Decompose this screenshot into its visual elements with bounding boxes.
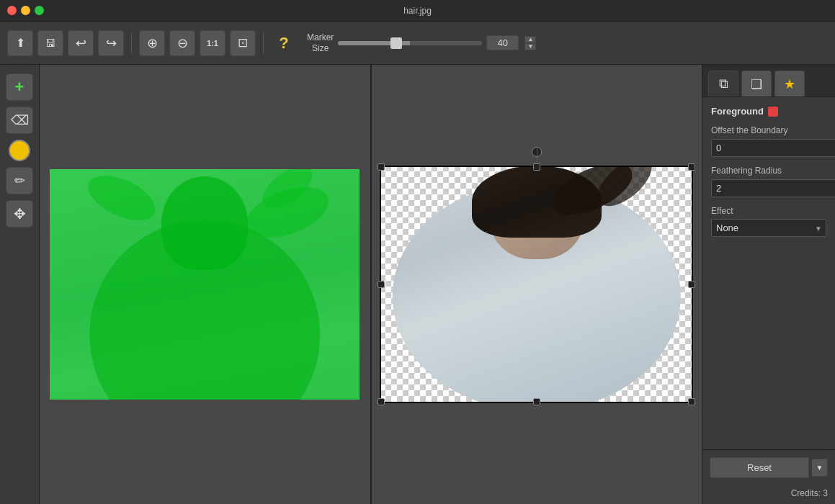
effect-select-wrapper: None Blur Sharpen Glow ▼ — [711, 219, 826, 237]
canvas-area — [40, 65, 702, 504]
feathering-radius-row: 2 ▲ ▼ — [711, 179, 826, 197]
offset-boundary-group: Offset the Boundary 0 ▲ ▼ — [711, 125, 826, 157]
paint-icon: ✏ — [14, 173, 25, 189]
open-button[interactable]: ⬆ — [7, 30, 33, 56]
effect-label: Effect — [711, 206, 826, 216]
reset-arrow-button[interactable]: ▼ — [812, 459, 828, 477]
undo-icon: ↩ — [76, 35, 86, 51]
zoom-reset-label: 1:1 — [207, 39, 218, 48]
zoom-in-button[interactable]: ⊕ — [139, 30, 165, 56]
copy-icon: ❏ — [751, 76, 762, 92]
erase-icon: ⌫ — [11, 112, 29, 128]
right-panel: ⧉ ❏ ★ Foreground Offset the Boundary 0 — [702, 65, 835, 504]
window-controls — [7, 6, 44, 15]
open-icon: ⬆ — [16, 36, 25, 50]
tab-layers[interactable]: ⧉ — [708, 71, 738, 96]
marker-size-label: Marker Size — [307, 32, 334, 53]
undo-button[interactable]: ↩ — [68, 30, 94, 56]
titlebar: hair.jpg — [0, 0, 835, 22]
redo-button[interactable]: ↪ — [98, 30, 124, 56]
handle-rotate[interactable] — [532, 147, 542, 157]
feathering-radius-input[interactable]: 2 — [711, 179, 835, 197]
redo-icon: ↪ — [106, 35, 117, 51]
close-button[interactable] — [7, 6, 17, 15]
star-icon: ★ — [784, 76, 795, 92]
source-preview — [40, 65, 372, 504]
selection-container — [380, 166, 693, 403]
maximize-button[interactable] — [35, 6, 44, 15]
layers-icon: ⧉ — [719, 76, 728, 91]
divider-2 — [263, 32, 264, 54]
zoom-out-button[interactable]: ⊖ — [169, 30, 195, 56]
foreground-label: Foreground — [711, 106, 826, 117]
fit-button[interactable]: ⊡ — [230, 30, 256, 56]
paint-tool-button[interactable]: ✏ — [6, 167, 33, 194]
move-icon: ✥ — [14, 205, 26, 222]
feathering-radius-label: Feathering Radius — [711, 166, 826, 176]
marker-size-input[interactable]: 40 — [486, 35, 519, 50]
add-icon: + — [15, 78, 24, 96]
help-button[interactable]: ? — [271, 30, 297, 56]
offset-boundary-input[interactable]: 0 — [711, 139, 835, 157]
feathering-radius-group: Feathering Radius 2 ▲ ▼ — [711, 166, 826, 197]
zoom-reset-button[interactable]: 1:1 — [200, 30, 226, 56]
divider-1 — [131, 32, 132, 54]
main-content: + ⌫ ✏ ✥ — [0, 65, 835, 504]
zoom-in-icon: ⊕ — [147, 35, 158, 51]
help-icon: ? — [279, 34, 288, 52]
marker-size-group: Marker Size 40 ▲ ▼ — [307, 32, 536, 53]
tab-favorites[interactable]: ★ — [774, 71, 805, 96]
panel-footer-area: Reset ▼ Credits: 3 — [702, 449, 835, 504]
source-image-frame — [50, 169, 360, 400]
minimize-button[interactable] — [21, 6, 30, 15]
erase-tool-button[interactable]: ⌫ — [6, 107, 33, 134]
panel-body: Foreground Offset the Boundary 0 ▲ ▼ Fea… — [702, 97, 835, 449]
result-image-frame — [380, 166, 693, 403]
marker-size-down[interactable]: ▼ — [524, 43, 536, 50]
fit-icon: ⊡ — [238, 35, 248, 50]
zoom-out-icon: ⊖ — [177, 35, 188, 51]
save-button[interactable]: 🖫 — [37, 30, 63, 56]
save-icon: 🖫 — [45, 37, 55, 49]
panel-footer: Reset ▼ — [702, 449, 835, 485]
move-tool-button[interactable]: ✥ — [6, 200, 33, 228]
foreground-indicator — [768, 107, 778, 117]
add-tool-button[interactable]: + — [6, 73, 33, 101]
offset-boundary-label: Offset the Boundary — [711, 125, 826, 135]
foreground-text: Foreground — [711, 106, 764, 117]
credits-display: Credits: 3 — [702, 485, 835, 504]
color-swatch[interactable] — [9, 140, 30, 161]
effect-select[interactable]: None Blur Sharpen Glow — [711, 219, 826, 237]
window-title: hair.jpg — [403, 6, 432, 16]
toolbar: ⬆ 🖫 ↩ ↪ ⊕ ⊖ 1:1 ⊡ ? Marker Size 40 ▲ ▼ — [0, 22, 835, 65]
reset-button[interactable]: Reset — [710, 457, 809, 478]
result-preview — [372, 65, 702, 504]
effect-group: Effect None Blur Sharpen Glow ▼ — [711, 206, 826, 237]
tools-sidebar: + ⌫ ✏ ✥ — [0, 65, 40, 504]
panel-tabs: ⧉ ❏ ★ — [702, 65, 835, 97]
rotate-line — [537, 147, 537, 163]
offset-boundary-row: 0 ▲ ▼ — [711, 138, 826, 157]
marker-size-up[interactable]: ▲ — [524, 36, 536, 43]
reset-dropdown-icon: ▼ — [816, 464, 823, 472]
marker-size-spinner: ▲ ▼ — [524, 36, 536, 50]
marker-size-slider[interactable] — [338, 41, 482, 45]
tab-copy[interactable]: ❏ — [741, 71, 772, 96]
